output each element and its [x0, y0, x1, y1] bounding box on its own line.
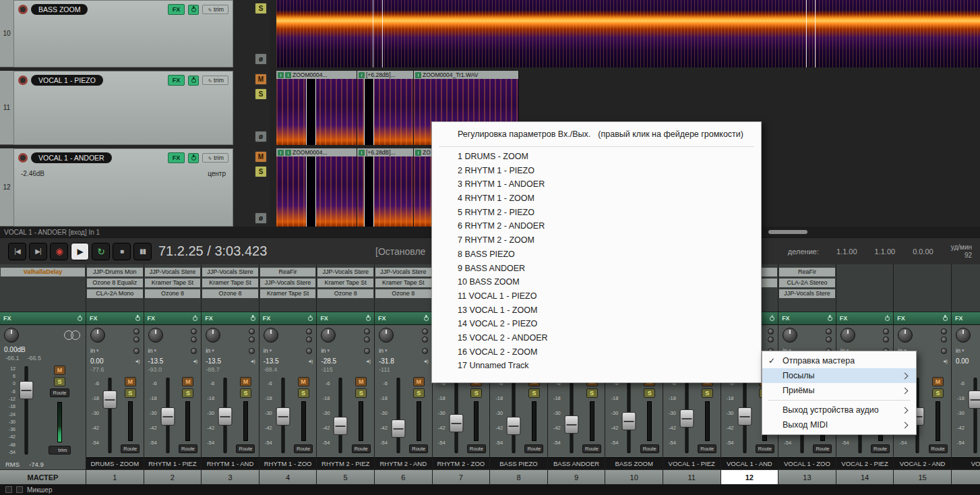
route-button[interactable]: Route: [929, 444, 948, 453]
width-knob[interactable]: [826, 328, 832, 334]
pan-knob[interactable]: [148, 328, 163, 343]
pan-knob[interactable]: [4, 328, 19, 343]
pause-button[interactable]: ▮▮: [133, 243, 152, 260]
spectrogram-item[interactable]: [357, 156, 413, 227]
solo-button[interactable]: S: [528, 388, 540, 398]
fader-handle[interactable]: [622, 412, 636, 430]
record-arm-button[interactable]: [18, 5, 28, 14]
window-icon[interactable]: [16, 486, 23, 493]
route-button[interactable]: Route: [813, 444, 832, 453]
submenu-item[interactable]: Приёмы: [762, 383, 916, 398]
fx-insert[interactable]: Ozone 8: [317, 289, 373, 298]
input-button[interactable]: in: [90, 347, 95, 354]
route-button[interactable]: Route: [524, 444, 543, 453]
item-info-icon[interactable]: i: [415, 72, 421, 78]
fader-handle[interactable]: [737, 407, 752, 426]
solo-button[interactable]: S: [932, 388, 944, 398]
channel-number[interactable]: 11: [663, 469, 721, 484]
solo-button[interactable]: S: [54, 377, 65, 386]
record-arm-button[interactable]: [18, 76, 28, 85]
submenu-item[interactable]: Посылы: [762, 368, 916, 383]
volume-fader[interactable]: [563, 376, 580, 455]
fx-insert[interactable]: JJP-Vocals Stere: [145, 268, 201, 276]
horizontal-scrollbar-thumb[interactable]: [768, 230, 807, 234]
fader-handle[interactable]: [20, 381, 34, 399]
fx-enable-bar[interactable]: FX: [144, 312, 202, 325]
pan-knob[interactable]: [90, 328, 105, 343]
fx-enable-bar[interactable]: FX: [375, 312, 432, 325]
trim-knob[interactable]: [768, 337, 774, 343]
menu-item[interactable]: 2 RHYTM 1 - PIEZO: [432, 164, 761, 178]
route-button[interactable]: Route: [871, 444, 890, 453]
item-info-icon[interactable]: i: [415, 150, 421, 156]
item-info-icon[interactable]: i: [359, 150, 365, 156]
input-button[interactable]: in: [956, 347, 960, 354]
fader-handle[interactable]: [449, 414, 463, 432]
volume-fader[interactable]: [736, 376, 754, 455]
route-button[interactable]: Route: [50, 388, 69, 397]
mute-button[interactable]: M: [255, 151, 267, 163]
input-button[interactable]: in: [206, 347, 210, 354]
phase-button[interactable]: ø: [255, 131, 267, 142]
trim-knob[interactable]: [191, 337, 197, 343]
menu-item[interactable]: 5 RHYTM 2 - PIEZO: [432, 206, 761, 220]
play-button[interactable]: ▶: [71, 243, 89, 260]
route-button[interactable]: Route: [698, 444, 716, 453]
route-button[interactable]: Route: [294, 444, 313, 453]
fx-insert[interactable]: Ozone 8: [202, 289, 258, 298]
phase-button[interactable]: ø: [255, 212, 267, 224]
menu-item[interactable]: 9 BASS ANDOER: [432, 262, 761, 276]
menu-item[interactable]: 17 Unnamed Track: [432, 359, 761, 373]
fx-insert[interactable]: ReaFir: [260, 268, 316, 276]
pan-knob[interactable]: [321, 328, 336, 343]
record-button[interactable]: ◉: [50, 243, 68, 260]
fx-enable-bar[interactable]: FX: [952, 312, 980, 325]
volume-fader[interactable]: [159, 376, 177, 455]
mute-button[interactable]: M: [182, 377, 193, 386]
track-panel[interactable]: BASS ZOOMFX∿trim: [13, 0, 233, 67]
fx-insert[interactable]: ReaFir: [779, 268, 835, 276]
input-button[interactable]: in: [264, 347, 268, 354]
solo-button[interactable]: S: [240, 388, 251, 398]
pan-knob[interactable]: [379, 328, 394, 343]
solo-button[interactable]: S: [355, 388, 367, 398]
mute-button[interactable]: M: [355, 377, 367, 386]
fx-enable-bar[interactable]: FX: [202, 312, 259, 325]
fx-insert[interactable]: Ozone 8: [375, 289, 431, 298]
route-button[interactable]: Route: [179, 444, 197, 453]
fx-power-button[interactable]: [188, 5, 199, 15]
solo-button[interactable]: S: [702, 388, 713, 398]
width-knob[interactable]: [883, 328, 889, 334]
mute-button[interactable]: M: [240, 377, 251, 386]
fx-insert[interactable]: Kramer Tape St: [317, 279, 373, 287]
master-name-cell[interactable]: МАСТЕР: [0, 469, 86, 484]
menu-item[interactable]: 7 RHYTM 2 - ZOOM: [432, 233, 761, 248]
fader-handle[interactable]: [564, 415, 578, 434]
fx-insert[interactable]: Kramer Tape St: [260, 289, 316, 298]
fader-handle[interactable]: [276, 407, 290, 426]
fx-insert[interactable]: Kramer Tape St: [375, 279, 431, 287]
pan-knob[interactable]: [206, 328, 220, 343]
mute-button[interactable]: M: [125, 377, 136, 386]
menu-item[interactable]: 11 VOCAL 1 - PIEZO: [432, 289, 761, 303]
fx-enable-bar[interactable]: FX: [317, 312, 374, 325]
pan-knob[interactable]: [840, 328, 855, 343]
volume-fader[interactable]: [101, 376, 119, 455]
fx-insert[interactable]: Ozone 8: [145, 289, 201, 298]
menu-item[interactable]: 16 VOCAL 2 - ZOOM: [432, 345, 761, 359]
mute-button[interactable]: M: [54, 366, 65, 375]
menu-item[interactable]: 3 RHYTM 1 - ANDOER: [432, 177, 761, 192]
volume-fader[interactable]: [967, 376, 980, 455]
trim-button[interactable]: ∿trim: [202, 153, 228, 163]
item-info-icon[interactable]: i: [285, 150, 291, 156]
aux-knob[interactable]: [133, 348, 140, 354]
trim-knob[interactable]: [941, 337, 947, 343]
trim-button[interactable]: ∿trim: [202, 76, 228, 85]
channel-number[interactable]: 14: [836, 469, 894, 484]
fx-power-button[interactable]: [188, 153, 199, 163]
aux-knob[interactable]: [191, 348, 197, 354]
fader-handle[interactable]: [103, 390, 117, 409]
volume-fader[interactable]: [274, 376, 292, 455]
submenu-item[interactable]: Выход MIDI: [762, 417, 916, 432]
channel-number[interactable]: 4: [259, 469, 317, 484]
